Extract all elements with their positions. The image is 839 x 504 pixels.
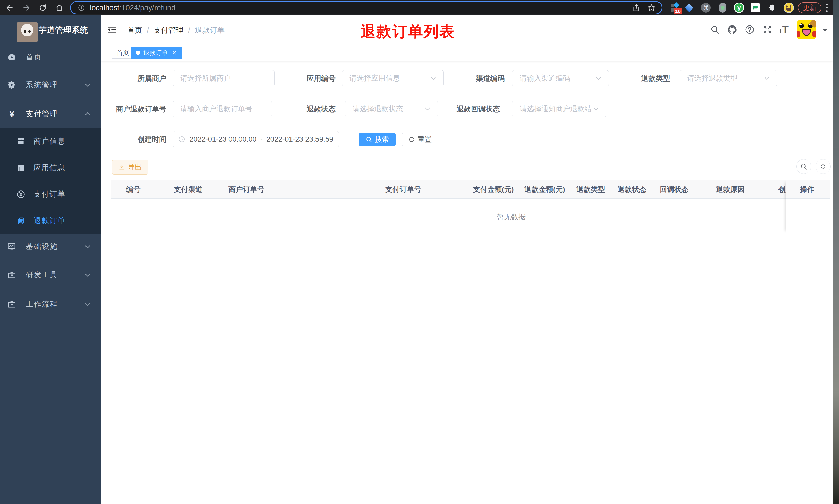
extension-green-dot-icon[interactable]	[717, 3, 728, 13]
filter-label-notify-status: 退款回调状态	[439, 101, 500, 118]
close-icon[interactable]	[172, 50, 177, 56]
home-icon	[55, 4, 64, 12]
browser-toolbar: localhost:1024/pay/refund 10 ⌘ y	[0, 0, 839, 15]
chevron-down-icon	[764, 76, 770, 80]
breadcrumb-item[interactable]: 首页	[127, 25, 142, 36]
table-gutter-divider	[817, 180, 817, 233]
sidebar-item-pay-order[interactable]: 支付订单	[0, 181, 101, 208]
sidebar-item-label: 支付订单	[34, 189, 66, 199]
search-icon[interactable]	[709, 24, 720, 35]
refund-type-select[interactable]: 请选择退款类型	[680, 70, 777, 87]
sidebar-item-label: 应用信息	[34, 163, 66, 173]
document-copy-icon	[16, 216, 26, 226]
refund-status-select[interactable]: 请选择退款状态	[345, 101, 438, 117]
filter-label-refund-status: 退款状态	[270, 101, 336, 118]
extension-puzzle-icon[interactable]	[767, 3, 777, 13]
chevron-down-icon	[596, 76, 601, 80]
breadcrumb: 首页 / 支付管理 / 退款订单	[127, 25, 225, 36]
reset-button[interactable]: 重置	[402, 132, 438, 146]
sidebar-item-dev-tools[interactable]: 研发工具	[0, 262, 101, 288]
sidebar-item-label: 基础设施	[26, 241, 58, 252]
merchant-select[interactable]: 请选择所属商户	[173, 70, 274, 87]
chevron-down-icon	[85, 245, 91, 249]
extension-command-icon[interactable]: ⌘	[701, 3, 711, 13]
sidebar-item-label: 退款订单	[34, 216, 66, 226]
notify-status-select[interactable]: 请选择通知商户退款结果的	[512, 101, 606, 117]
filter-label-create-time: 创建时间	[101, 131, 166, 148]
date-range-end[interactable]: 2022-01-23 23:59:59	[266, 135, 334, 143]
bookmark-star-icon[interactable]	[647, 3, 656, 12]
search-button[interactable]: 搜索	[359, 132, 395, 146]
breadcrumb-item[interactable]: 支付管理	[154, 25, 183, 36]
sidebar-item-workflow[interactable]: 工作流程	[0, 291, 101, 318]
browser-forward-button[interactable]	[21, 2, 32, 13]
browser-menu-icon[interactable]	[826, 4, 828, 12]
url-bar[interactable]: localhost:1024/pay/refund	[70, 1, 662, 14]
extension-badge: 10	[674, 8, 682, 14]
extension-kite-icon[interactable]	[684, 3, 694, 13]
store-icon	[16, 137, 26, 146]
app-select[interactable]: 请选择应用信息	[342, 70, 444, 87]
page-info-icon[interactable]	[77, 4, 85, 12]
column-header: 回调状态	[660, 180, 689, 199]
extension-chat-icon[interactable]	[750, 3, 761, 13]
grid-icon	[16, 163, 26, 173]
export-button[interactable]: 导出	[112, 160, 148, 175]
column-header: 支付金额(元)	[473, 180, 514, 199]
url-host: localhost	[90, 4, 119, 12]
chevron-down-icon	[85, 83, 91, 87]
tag-refund-order[interactable]: 退款订单	[131, 47, 182, 59]
channel-select[interactable]: 请输入渠道编码	[512, 70, 609, 87]
browser-update-button[interactable]: 更新	[798, 2, 821, 13]
refresh-icon	[819, 163, 827, 170]
filter-label-merchant-refund-no: 商户退款订单号	[101, 101, 166, 118]
column-header: 退款原因	[716, 180, 745, 199]
column-header: 支付订单号	[385, 180, 421, 199]
github-icon[interactable]	[727, 24, 738, 35]
tag-label: 首页	[117, 49, 129, 57]
help-icon[interactable]	[744, 24, 755, 35]
share-icon[interactable]	[632, 4, 640, 12]
date-range-start[interactable]: 2022-01-23 00:00:00	[190, 135, 257, 143]
sidebar-item-infra[interactable]: 基础设施	[0, 233, 101, 260]
sidebar-item-home[interactable]: 首页	[0, 44, 101, 71]
column-header: 退款状态	[618, 180, 646, 199]
merchant-refund-no-input[interactable]: 请输入商户退款订单号	[173, 101, 272, 117]
browser-reload-button[interactable]	[37, 2, 49, 13]
browser-back-button[interactable]	[4, 2, 15, 13]
table-fixed-right-column: 操作	[786, 180, 817, 233]
clock-icon	[178, 136, 185, 143]
avatar[interactable]	[797, 20, 816, 39]
fullscreen-icon[interactable]	[762, 24, 773, 35]
create-time-range-picker[interactable]: 2022-01-23 00:00:00 - 2022-01-23 23:59:5…	[173, 131, 339, 147]
column-header: 编号	[126, 180, 141, 199]
sidebar-item-system[interactable]: 系统管理	[0, 72, 101, 98]
filter-label-merchant: 所属商户	[101, 70, 166, 87]
app-title: 芋道管理系统	[39, 25, 88, 36]
search-icon	[366, 136, 372, 143]
window-edge-scrollbar[interactable]	[833, 0, 839, 504]
reload-icon	[39, 4, 47, 12]
column-header: 退款金额(元)	[524, 180, 565, 199]
refund-status-placeholder: 请选择退款状态	[353, 104, 422, 114]
refresh-table-button[interactable]	[816, 159, 831, 174]
yen-icon: ¥	[7, 109, 17, 119]
show-search-toggle-button[interactable]	[796, 159, 811, 174]
sidebar-item-app-info[interactable]: 应用信息	[0, 155, 101, 181]
tag-home[interactable]: 首页	[112, 47, 134, 59]
sidebar-item-refund-order[interactable]: 退款订单	[0, 208, 101, 234]
extension-blocks-icon[interactable]: 10	[670, 3, 680, 13]
sidebar-item-merchant-info[interactable]: 商户信息	[0, 128, 101, 155]
sidebar-item-label: 首页	[26, 52, 42, 62]
font-size-icon[interactable]: TT	[778, 24, 789, 35]
tags-view-bar: 首页 退款订单	[101, 44, 833, 61]
extension-emoji-icon[interactable]	[784, 3, 794, 13]
extension-y-icon[interactable]: y	[734, 3, 744, 13]
browser-home-button[interactable]	[54, 2, 65, 13]
chevron-down-icon	[593, 107, 599, 111]
sidebar-item-pay[interactable]: ¥ 支付管理	[0, 101, 101, 127]
avatar-caret-icon[interactable]	[822, 29, 828, 34]
sidebar-fold-icon[interactable]	[107, 24, 117, 35]
yen-circle-icon	[16, 190, 26, 199]
filter-label-refund-type: 退款类型	[605, 70, 670, 87]
